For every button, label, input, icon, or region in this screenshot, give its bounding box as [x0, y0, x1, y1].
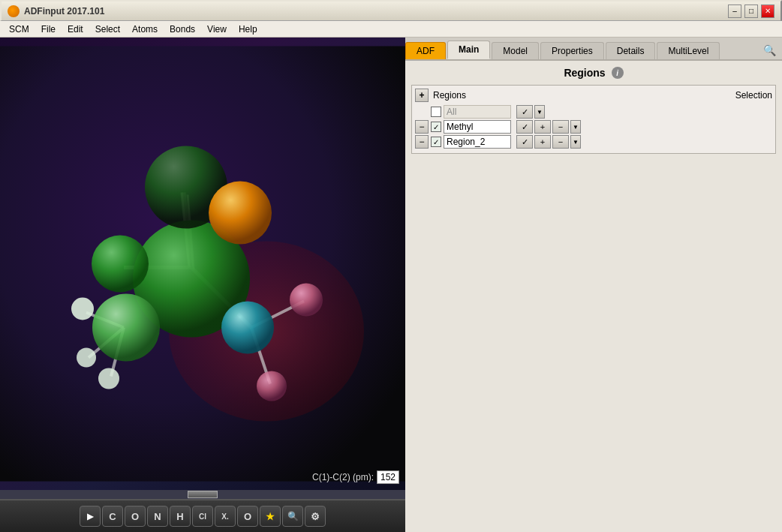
methyl-selection-controls: ✓ + − ▼ — [516, 120, 581, 134]
right-panel: ADF Main Model Properties Details MultiL… — [405, 38, 782, 532]
regions-title: Regions — [564, 67, 605, 79]
tabs-bar: ADF Main Model Properties Details MultiL… — [405, 38, 782, 61]
menu-file[interactable]: File — [35, 23, 62, 36]
bottom-toolbar: ▶ C O N H Cl X. O ★ 🔍 ⚙ — [0, 499, 405, 532]
menu-edit[interactable]: Edit — [62, 23, 89, 36]
svg-point-21 — [290, 284, 323, 317]
region2-check-button[interactable]: ✓ — [516, 135, 533, 149]
regions-section-header: Regions i — [411, 67, 776, 79]
window-title: ADFinput 2017.101 — [24, 6, 104, 17]
menu-bar: SCM File Edit Select Atoms Bonds View He… — [0, 21, 782, 38]
svg-point-22 — [257, 371, 287, 401]
methyl-dropdown-button[interactable]: ▼ — [570, 120, 581, 134]
svg-point-18 — [71, 298, 94, 320]
region2-dropdown-button[interactable]: ▼ — [570, 135, 581, 149]
chlorine-button[interactable]: Cl — [192, 506, 213, 527]
table-row: − ✓ ✓ + − ▼ — [415, 120, 772, 134]
app-icon — [8, 5, 20, 17]
selection-column-label: Selection — [697, 90, 772, 101]
oxygen-button[interactable]: O — [125, 506, 146, 527]
region2-add-button[interactable]: + — [534, 135, 551, 149]
menu-scm[interactable]: SCM — [3, 23, 35, 36]
methyl-checkbox[interactable]: ✓ — [431, 122, 441, 132]
menu-select[interactable]: Select — [89, 23, 126, 36]
tab-model[interactable]: Model — [492, 42, 539, 59]
distance-value: 152 — [377, 470, 399, 484]
tab-properties[interactable]: Properties — [540, 42, 604, 59]
all-check-button[interactable]: ✓ — [516, 105, 533, 119]
tab-details[interactable]: Details — [606, 42, 656, 59]
region2-minus-button[interactable]: − — [552, 135, 569, 149]
region2-name-input[interactable] — [444, 135, 511, 149]
all-name-input — [444, 105, 511, 119]
search-tab-icon[interactable]: 🔍 — [757, 41, 782, 59]
menu-atoms[interactable]: Atoms — [126, 23, 164, 36]
all-selection-controls: ✓ ▼ — [516, 105, 545, 119]
svg-point-16 — [221, 302, 274, 354]
add-region-button[interactable]: + — [415, 89, 429, 102]
all-checkbox[interactable] — [431, 107, 441, 117]
title-bar-left: ADFinput 2017.101 — [8, 5, 104, 17]
carbon-button[interactable]: C — [102, 506, 123, 527]
distance-text: C(1)-C(2) (pm): — [312, 472, 374, 482]
title-bar: ADFinput 2017.101 – □ ✕ — [0, 0, 782, 21]
tab-main[interactable]: Main — [447, 41, 490, 59]
methyl-name-input[interactable] — [444, 120, 511, 134]
remove-methyl-button[interactable]: − — [415, 120, 429, 134]
scroll-area[interactable] — [0, 490, 405, 499]
other-button[interactable]: O — [237, 506, 258, 527]
settings-button[interactable]: ⚙ — [305, 506, 326, 527]
custom-button[interactable]: X. — [215, 506, 236, 527]
hydrogen-button[interactable]: H — [170, 506, 191, 527]
methyl-check-button[interactable]: ✓ — [516, 120, 533, 134]
methyl-add-button[interactable]: + — [534, 120, 551, 134]
close-button[interactable]: ✕ — [761, 5, 774, 18]
main-container: C(1)-C(2) (pm): 152 ▶ C O N H Cl X. O ★ … — [0, 38, 782, 532]
tab-adf[interactable]: ADF — [405, 42, 446, 59]
table-row: − ✓ ✓ + − ▼ — [415, 135, 772, 149]
favorites-button[interactable]: ★ — [260, 506, 281, 527]
tab-multilevel[interactable]: MultiLevel — [657, 42, 720, 59]
svg-point-20 — [77, 348, 96, 368]
svg-point-14 — [209, 182, 272, 245]
cursor-tool-button[interactable]: ▶ — [80, 506, 101, 527]
menu-view[interactable]: View — [201, 23, 233, 36]
minimize-button[interactable]: – — [728, 5, 741, 18]
window-controls[interactable]: – □ ✕ — [728, 5, 774, 18]
scroll-thumb[interactable] — [188, 491, 218, 498]
methyl-minus-button[interactable]: − — [552, 120, 569, 134]
maximize-button[interactable]: □ — [744, 5, 758, 18]
regions-header-row: + Regions Selection — [415, 89, 772, 102]
info-icon[interactable]: i — [612, 67, 624, 79]
molecule-svg — [0, 38, 405, 490]
all-dropdown-button[interactable]: ▼ — [534, 105, 545, 119]
remove-region2-button[interactable]: − — [415, 135, 429, 149]
menu-bonds[interactable]: Bonds — [164, 23, 201, 36]
region2-selection-controls: ✓ + − ▼ — [516, 135, 581, 149]
viewer-panel: C(1)-C(2) (pm): 152 ▶ C O N H Cl X. O ★ … — [0, 38, 405, 532]
nitrogen-button[interactable]: N — [147, 506, 168, 527]
svg-point-15 — [92, 236, 149, 293]
panel-content: Regions i + Regions Selection − ✓ — [405, 61, 782, 532]
regions-column-label: Regions — [433, 90, 697, 101]
menu-help[interactable]: Help — [233, 23, 263, 36]
search-tool-button[interactable]: 🔍 — [282, 506, 303, 527]
svg-point-17 — [92, 294, 160, 362]
viewer-3d[interactable]: C(1)-C(2) (pm): 152 — [0, 38, 405, 490]
region2-checkbox[interactable]: ✓ — [431, 137, 441, 147]
distance-label: C(1)-C(2) (pm): 152 — [312, 470, 399, 484]
svg-point-19 — [98, 368, 119, 389]
table-row: − ✓ ▼ — [415, 105, 772, 119]
regions-container: + Regions Selection − ✓ ▼ − — [411, 85, 776, 154]
